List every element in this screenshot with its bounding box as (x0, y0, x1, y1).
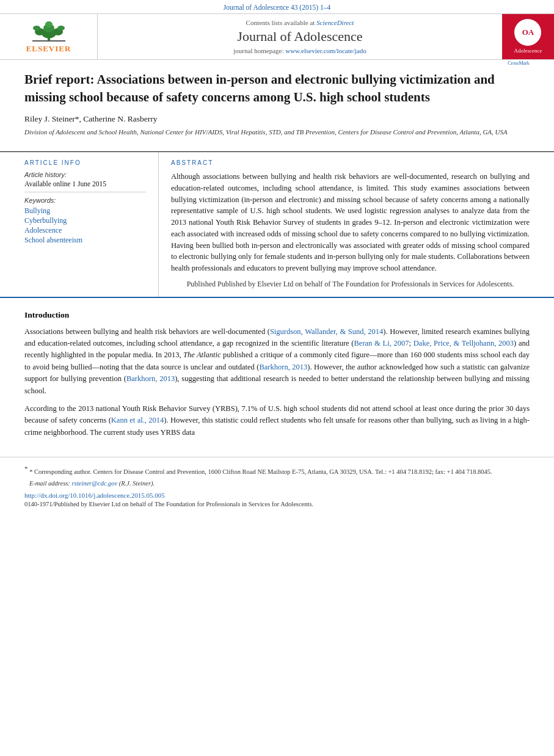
homepage-url[interactable]: www.elsevier.com/locate/jado (285, 47, 366, 54)
body-section: Introduction Associations between bullyi… (0, 297, 554, 451)
published-label: Published (187, 280, 217, 288)
elsevier-label: ELSEVIER (26, 44, 71, 54)
email-label: E-mail address: (29, 480, 72, 487)
svg-rect-8 (32, 40, 65, 42)
journal-header-center: Contents lists available at ScienceDirec… (98, 14, 502, 59)
ref-barkhorn2[interactable]: Barkhorn, 2013 (126, 374, 175, 383)
journal-header: ELSEVIER Contents lists available at Sci… (0, 13, 554, 60)
intro-paragraph-1: Associations between bullying and health… (24, 326, 530, 397)
journal-title-header: Journal of Adolescence (110, 29, 490, 45)
corresponding-text: * Corresponding author. Centers for Dise… (29, 468, 492, 475)
keyword-bullying: Bullying (24, 206, 146, 216)
sciencedirect-link[interactable]: ScienceDirect (316, 19, 354, 26)
star-icon: * (24, 465, 28, 472)
svg-point-7 (57, 26, 65, 31)
ref-sigurdson[interactable]: Sigurdson, Wallander, & Sund, 2014 (270, 327, 383, 336)
keyword-school-absenteeism: School absenteeism (24, 236, 146, 245)
article-history-label: Article history: (24, 171, 146, 178)
abstract-text: Although associations between bullying a… (171, 171, 530, 274)
crossmark-label: CrossMark (508, 60, 530, 66)
article-affiliation: Division of Adolescent and School Health… (24, 128, 530, 137)
citation-text: Journal of Adolescence 43 (2015) 1–4 (224, 4, 330, 11)
ref-beran[interactable]: Beran & Li, 2007 (354, 339, 409, 347)
oa-text: OA (522, 27, 534, 37)
elsevier-logo: ELSEVIER (26, 20, 71, 54)
footer-section: * * Corresponding author. Centers for Di… (0, 457, 554, 511)
two-col-section: ARTICLE INFO Article history: Available … (0, 151, 554, 297)
footer-doi[interactable]: http://dx.doi.org/10.1016/j.adolescence.… (24, 492, 530, 499)
oa-circle: OA (514, 19, 541, 46)
introduction-title: Introduction (24, 310, 530, 320)
article-info-heading: ARTICLE INFO (24, 159, 146, 166)
article-title-section: ✕ CrossMark Brief report: Associations b… (0, 60, 554, 151)
abstract-published: Published Published by Elsevier Ltd on b… (171, 279, 530, 289)
keyword-cyberbullying: Cyberbullying (24, 216, 146, 225)
page-wrapper: Journal of Adolescence 43 (2015) 1–4 (0, 0, 554, 756)
journal-homepage-line: journal homepage: www.elsevier.com/locat… (110, 47, 490, 54)
journal-header-right: OA Adolescence (502, 14, 554, 59)
keywords-label: Keywords: (24, 197, 146, 204)
intro-paragraph-2: According to the 2013 national Youth Ris… (24, 403, 530, 438)
sciencedirect-prefix: Contents lists available at (246, 19, 316, 26)
oa-label: Adolescence (514, 48, 542, 54)
footer-email-line: E-mail address: rsteiner@cdc.gov (R.J. S… (24, 479, 530, 489)
abstract-heading: ABSTRACT (171, 159, 530, 166)
top-citation-bar: Journal of Adolescence 43 (2015) 1–4 (0, 0, 554, 13)
article-authors: Riley J. Steiner*, Catherine N. Rasberry (24, 114, 530, 124)
oa-badge: OA Adolescence (514, 19, 542, 54)
abstract-col: ABSTRACT Although associations between b… (159, 152, 530, 297)
sciencedirect-line: Contents lists available at ScienceDirec… (110, 19, 490, 26)
journal-header-left: ELSEVIER (0, 14, 98, 59)
published-text: Published by Elsevier Ltd on behalf of T… (217, 280, 514, 288)
footer-issn: 0140-1971/Published by Elsevier Ltd on b… (24, 501, 530, 507)
footer-email[interactable]: rsteiner@cdc.gov (71, 480, 117, 487)
available-online: Available online 1 June 2015 (24, 180, 146, 187)
keyword-adolescence: Adolescence (24, 226, 146, 235)
homepage-prefix: journal homepage: (233, 47, 285, 54)
ref-kann[interactable]: Kann et al., 2014 (111, 416, 164, 424)
ref-barkhorn1[interactable]: Barkhorn, 2013 (259, 363, 307, 371)
atlantic-italic: The Atlantic (183, 351, 221, 359)
svg-point-3 (45, 21, 53, 27)
authors-text: Riley J. Steiner*, Catherine N. Rasberry (24, 114, 157, 123)
svg-point-6 (33, 26, 40, 31)
article-main-title: Brief report: Associations between in-pe… (24, 71, 530, 107)
divider-1 (24, 192, 146, 192)
email-suffix: (R.J. Steiner). (117, 480, 155, 487)
footer-corresponding: * * Corresponding author. Centers for Di… (24, 463, 530, 476)
elsevier-tree-icon (27, 20, 70, 43)
article-info-col: ARTICLE INFO Article history: Available … (24, 152, 159, 297)
ref-dake[interactable]: Dake, Price, & Telljohann, 2003 (414, 339, 514, 347)
